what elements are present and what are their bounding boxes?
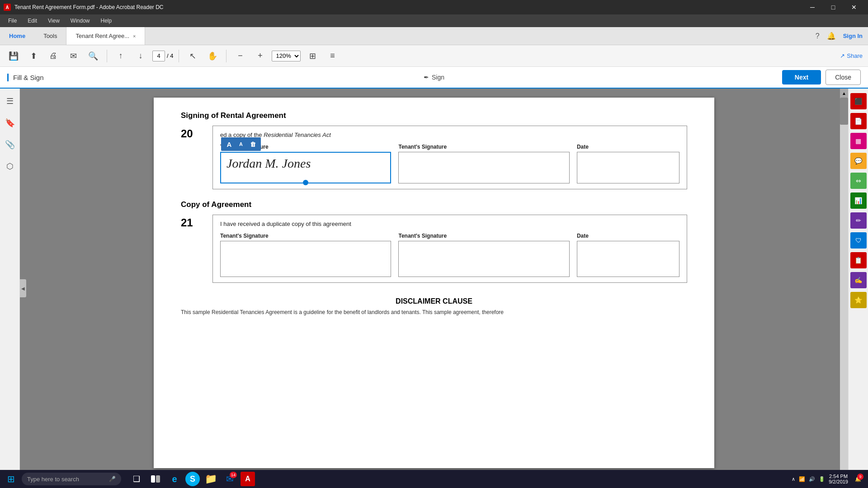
section20-row: 20 ed a copy of the Residential Tenancie…	[181, 126, 687, 189]
sidebar-bookmarks-icon[interactable]: 🔖	[3, 116, 17, 130]
cursor-tool-button[interactable]: ↖	[184, 48, 201, 64]
section20-sig1-field: Tenant's Signature A A 🗑 Jordan M. Jones	[220, 144, 391, 183]
hand-tool-button[interactable]: ✋	[204, 48, 221, 64]
edit-panel[interactable]: ✏	[850, 212, 867, 229]
section20-sig1-value: Jordan M. Jones	[221, 153, 390, 174]
sign-in-button[interactable]: Sign In	[843, 33, 863, 39]
page-number-input[interactable]	[152, 51, 165, 61]
tab-home[interactable]: Home	[0, 27, 34, 45]
tab-tools[interactable]: Tools	[34, 27, 66, 45]
scroll-mode-button[interactable]: ≡	[324, 48, 340, 64]
resize-handle[interactable]	[303, 180, 308, 185]
sign-button[interactable]: ✒ Sign	[424, 74, 444, 81]
taskbar-mail-app[interactable]: ✉ 14	[222, 471, 238, 487]
email-button[interactable]: ✉	[65, 48, 81, 64]
scrollbar[interactable]: ▲ ▼	[840, 89, 848, 488]
fill-sign-bar: Fill & Sign ✒ Sign Next Close	[0, 67, 868, 89]
fit-page-button[interactable]: ⊞	[304, 48, 321, 64]
page-nav: / 4	[152, 51, 173, 61]
scroll-thumb[interactable]	[840, 98, 848, 125]
close-button[interactable]: ✕	[844, 0, 864, 14]
organize-panel[interactable]: ▦	[850, 133, 867, 149]
compress-panel[interactable]: 📋	[850, 252, 867, 268]
taskbar-search-placeholder: Type here to search	[27, 476, 79, 483]
tab-document[interactable]: Tenant Rent Agree... ×	[66, 27, 145, 45]
section20-sig1-box[interactable]: A A 🗑 Jordan M. Jones	[220, 152, 391, 183]
nav-tabs: Home Tools Tenant Rent Agree... × ? 🔔 Si…	[0, 27, 868, 45]
page-up-button[interactable]: ↑	[113, 48, 129, 64]
minimize-button[interactable]: ─	[802, 0, 823, 14]
compare-panel[interactable]: ⇔	[850, 173, 867, 189]
next-button[interactable]: Next	[782, 70, 821, 84]
sidebar-collapse-toggle[interactable]: ◀	[20, 279, 26, 297]
text-format-toolbar: A A 🗑	[221, 137, 261, 151]
menu-help[interactable]: Help	[96, 16, 117, 26]
sign-pen-icon: ✒	[424, 74, 429, 81]
menu-bar: File Edit View Window Help	[0, 14, 868, 27]
page-down-button[interactable]: ↓	[132, 48, 149, 64]
section20-date-field: Date	[577, 144, 679, 183]
chart-panel[interactable]: 📊	[850, 192, 867, 209]
notification-badge: 9	[857, 474, 863, 480]
shield-panel[interactable]: 🛡	[850, 232, 867, 249]
mail-badge: 14	[230, 472, 237, 478]
disclaimer-text: This sample Residential Tenancies Agreem…	[181, 309, 687, 315]
bell-icon[interactable]: 🔔	[827, 32, 836, 40]
section21-sig1-box[interactable]	[220, 241, 391, 277]
section20-date-box[interactable]	[577, 152, 679, 183]
pdf-export-panel[interactable]: 📄	[850, 113, 867, 129]
taskbar-edge-browser[interactable]: e	[166, 471, 183, 487]
tab-close-button[interactable]: ×	[133, 33, 136, 39]
taskbar-cards-app[interactable]	[147, 471, 164, 487]
save-button[interactable]: 💾	[5, 48, 22, 64]
taskbar-files-app[interactable]: 📁	[203, 471, 219, 487]
tray-battery: 🔋	[819, 476, 825, 482]
taskbar-notification[interactable]: 🔔 9	[852, 473, 864, 485]
section20-heading: Signing of Rental Agreement	[181, 111, 687, 120]
main-area: ☰ 🔖 📎 ⬡ ◀ ▲ ▼ Signing of Rental Agreemen…	[0, 89, 868, 488]
pdf-page: Signing of Rental Agreement 20 ed a copy…	[154, 98, 714, 468]
menu-view[interactable]: View	[43, 16, 64, 26]
font-size-small-button[interactable]: A	[236, 139, 246, 150]
taskbar-task-view[interactable]: ❑	[128, 471, 145, 487]
taskbar-mic-icon[interactable]: 🎤	[109, 476, 116, 482]
close-fill-sign-button[interactable]: Close	[826, 70, 861, 85]
comment-panel[interactable]: 💬	[850, 153, 867, 169]
section20-date-label: Date	[577, 144, 679, 150]
sidebar-layers-icon[interactable]: ⬡	[3, 159, 17, 174]
start-button[interactable]: ⊞	[4, 472, 18, 486]
zoom-in-button[interactable]: +	[252, 48, 268, 64]
tray-chevron[interactable]: ∧	[792, 476, 795, 482]
delete-field-button[interactable]: 🗑	[247, 139, 258, 150]
taskbar-search-box[interactable]: Type here to search 🎤	[22, 473, 121, 485]
print-button[interactable]: 🖨	[45, 48, 61, 64]
zoom-select[interactable]: 120% 100% 150%	[272, 51, 301, 61]
scan-panel[interactable]: ⬛	[850, 93, 867, 109]
share-label: Share	[847, 52, 863, 59]
sidebar-attachments-icon[interactable]: 📎	[3, 137, 17, 152]
scroll-up-button[interactable]: ▲	[840, 89, 848, 98]
taskbar-acrobat-app[interactable]: A	[241, 472, 255, 486]
sidebar-navigate-icon[interactable]: ☰	[3, 94, 17, 108]
menu-window[interactable]: Window	[66, 16, 94, 26]
tray-volume: 🔊	[809, 476, 815, 482]
sign-panel[interactable]: ✍	[850, 272, 867, 288]
section20-sig2-box[interactable]	[398, 152, 569, 183]
search-button[interactable]: 🔍	[85, 48, 101, 64]
menu-edit[interactable]: Edit	[23, 16, 42, 26]
section21-date-field: Date	[577, 233, 679, 277]
maximize-button[interactable]: □	[823, 0, 844, 14]
font-size-large-button[interactable]: A	[224, 139, 235, 150]
upload-button[interactable]: ⬆	[25, 48, 42, 64]
pdf-viewer[interactable]: ▲ ▼ Signing of Rental Agreement 20 ed a …	[20, 89, 848, 488]
help-icon[interactable]: ?	[816, 32, 820, 40]
section21-sig2-box[interactable]	[398, 241, 569, 277]
zoom-out-button[interactable]: −	[232, 48, 248, 64]
tray-network: 📶	[799, 476, 805, 482]
star-panel[interactable]: ⭐	[850, 292, 867, 308]
taskbar-skype-app[interactable]: S	[185, 472, 200, 486]
menu-file[interactable]: File	[4, 16, 21, 26]
toolbar-divider-3	[226, 50, 226, 62]
section21-date-box[interactable]	[577, 241, 679, 277]
share-button[interactable]: ↗ Share	[840, 52, 863, 59]
